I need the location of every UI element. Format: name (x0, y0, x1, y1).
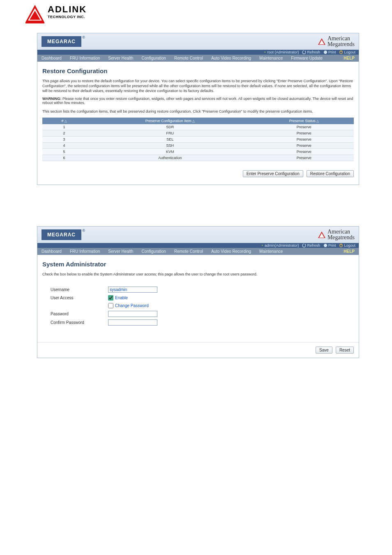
svg-rect-17 (324, 246, 326, 247)
cell-item: SDR (86, 124, 254, 130)
brand-tagline: TECHNOLOGY INC. (48, 15, 87, 19)
svg-rect-3 (25, 22, 44, 23)
enter-preserve-config-button[interactable]: Enter Preserve Configuration (243, 170, 303, 177)
user-indicator: admin(Administrator) (262, 243, 299, 247)
print-icon (323, 243, 327, 247)
nav-configuration[interactable]: Configuration (137, 248, 170, 255)
sort-icon: △ (192, 119, 195, 123)
table-row[interactable]: 3SELPreserve (42, 136, 354, 142)
confirm-password-label: Confirm Password (51, 320, 108, 325)
cell-num: 1 (42, 124, 86, 130)
preserve-config-table: #△ Preserve Configuration Item△ Preserve… (42, 118, 354, 161)
reset-button[interactable]: Reset (336, 347, 354, 354)
svg-rect-16 (324, 244, 326, 245)
megarac-badge: MEGARAC (42, 36, 81, 47)
password-label: Password (51, 312, 108, 316)
refresh-icon (302, 243, 306, 247)
cell-status: Preserve (254, 124, 354, 130)
nav-fru-information[interactable]: FRU Information (66, 55, 104, 62)
change-password-label: Change Password (115, 303, 149, 308)
nav-dashboard[interactable]: Dashboard (37, 248, 66, 255)
warning-text: WARNING: Please note that once you enter… (42, 97, 354, 105)
print-link[interactable]: Print (323, 50, 336, 54)
cell-status: Preserve (254, 148, 354, 155)
refresh-link[interactable]: Refresh (302, 50, 320, 54)
nav-server-health[interactable]: Server Health (104, 248, 137, 255)
sort-icon: △ (65, 119, 67, 123)
col-num[interactable]: #△ (42, 118, 86, 124)
cell-status: Preserve (254, 142, 354, 148)
nav-remote-control[interactable]: Remote Control (170, 55, 207, 62)
system-admin-window: MEGARAC American Megatrends admin(Admini… (37, 226, 359, 358)
col-status[interactable]: Preserve Status△ (254, 118, 354, 124)
cell-num: 4 (42, 142, 86, 148)
enable-access-checkbox[interactable] (108, 295, 113, 301)
table-row[interactable]: 2FRUPreserve (42, 130, 354, 136)
nav-auto-video-recording[interactable]: Auto Video Recording (207, 55, 255, 62)
nav-bar: Dashboard FRU Information Server Health … (37, 248, 359, 255)
section-description: This section lists the configuration ite… (42, 109, 354, 114)
brand-logo-area: ADLINK TECHNOLOGY INC. (0, 0, 392, 33)
sort-icon: △ (316, 119, 319, 123)
nav-remote-control[interactable]: Remote Control (170, 248, 207, 255)
ami-logo: American Megatrends (318, 229, 355, 240)
table-row[interactable]: 1SDRPreserve (42, 124, 354, 130)
cell-status: Preserve (254, 136, 354, 142)
user-access-label: User Access (51, 296, 108, 300)
nav-auto-video-recording[interactable]: Auto Video Recording (207, 248, 255, 255)
logout-link[interactable]: Logout (339, 50, 355, 54)
username-label: Username (51, 287, 108, 292)
brand-name: ADLINK (48, 4, 87, 15)
nav-dashboard[interactable]: Dashboard (37, 55, 66, 62)
cell-num: 6 (42, 155, 86, 161)
user-bar: root (Administrator) Refresh Print Logou… (37, 50, 359, 55)
confirm-password-input[interactable] (108, 319, 157, 326)
page-description: Check the box below to enable the System… (42, 272, 354, 277)
nav-configuration[interactable]: Configuration (137, 55, 170, 62)
restore-config-button[interactable]: Restore Configuration (307, 170, 354, 177)
ami-logo: American Megatrends (318, 36, 355, 47)
nav-maintenance[interactable]: Maintenance (255, 55, 287, 62)
svg-marker-6 (305, 51, 306, 52)
nav-help[interactable]: HELP (339, 55, 359, 62)
enable-label: Enable (115, 296, 128, 300)
page-description: This page allows you to restore the defa… (42, 79, 354, 93)
ami-triangle-icon (318, 38, 326, 45)
cell-status: Preserve (254, 130, 354, 136)
table-row[interactable]: 6AuthenticationPreserve (42, 155, 354, 161)
adlink-mark-icon (25, 4, 45, 25)
ami-triangle-icon (318, 231, 326, 238)
cell-item: FRU (86, 130, 254, 136)
cell-item: SEL (86, 136, 254, 142)
svg-rect-15 (324, 245, 327, 246)
print-link[interactable]: Print (323, 243, 336, 247)
table-row[interactable]: 4SSHPreserve (42, 142, 354, 148)
page-title: System Administrator (42, 261, 354, 268)
logout-icon (339, 50, 343, 54)
svg-rect-9 (324, 53, 326, 54)
cell-num: 5 (42, 148, 86, 155)
nav-maintenance[interactable]: Maintenance (255, 248, 287, 255)
svg-rect-8 (324, 51, 326, 51)
nav-firmware-update[interactable]: Firmware Update (287, 55, 327, 62)
svg-marker-14 (305, 244, 306, 245)
col-item[interactable]: Preserve Configuration Item△ (86, 118, 254, 124)
password-input[interactable] (108, 311, 157, 317)
change-password-checkbox[interactable] (108, 303, 113, 308)
nav-fru-information[interactable]: FRU Information (66, 248, 104, 255)
cell-status: Preserve (254, 155, 354, 161)
restore-config-window: MEGARAC American Megatrends root (Admini… (37, 33, 359, 185)
table-row[interactable]: 5KVMPreserve (42, 148, 354, 155)
logout-link[interactable]: Logout (339, 243, 355, 247)
refresh-icon (302, 50, 306, 54)
nav-server-health[interactable]: Server Health (104, 55, 137, 62)
nav-bar: Dashboard FRU Information Server Health … (37, 55, 359, 62)
user-bar: admin(Administrator) Refresh Print Logou… (37, 243, 359, 248)
username-input[interactable] (108, 287, 157, 293)
nav-help[interactable]: HELP (339, 248, 359, 255)
refresh-link[interactable]: Refresh (302, 243, 320, 247)
save-button[interactable]: Save (316, 347, 332, 354)
megarac-badge: MEGARAC (42, 229, 81, 240)
logout-icon (339, 243, 343, 247)
cell-item: SSH (86, 142, 254, 148)
